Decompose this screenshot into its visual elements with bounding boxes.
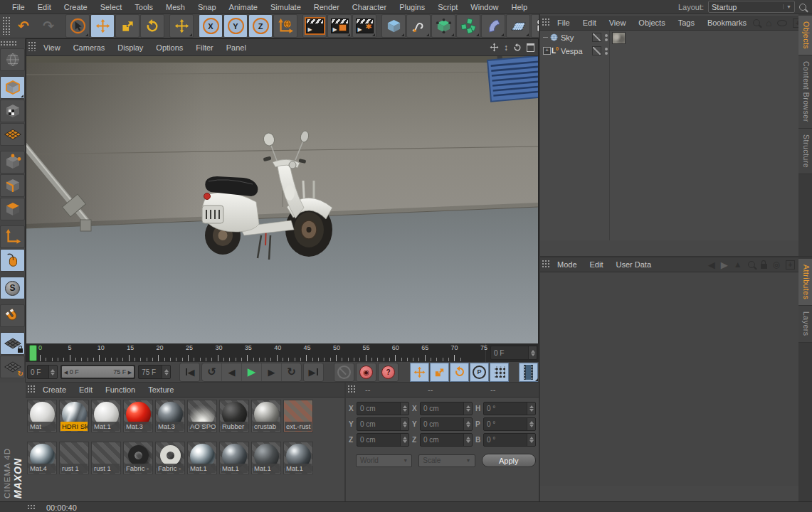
viewport-menu-options[interactable]: Options — [149, 43, 189, 52]
end-frame-spinner[interactable] — [162, 366, 170, 378]
material-fabric--1-3[interactable]: Fabric - — [123, 442, 153, 474]
object-manager-grip[interactable] — [542, 18, 549, 26]
search-icon[interactable] — [748, 261, 755, 268]
material-mat-1-0-2[interactable]: Mat.1 — [91, 400, 121, 432]
polygons-mode-button[interactable] — [0, 198, 25, 220]
redo-button[interactable]: ↷ — [36, 14, 60, 38]
materials-menu-create[interactable]: Create — [36, 385, 73, 394]
attributes-menu-user-data[interactable]: User Data — [610, 260, 658, 269]
material-hdri-sk-0-1[interactable]: HDRI Sk — [59, 400, 89, 432]
size-z-field[interactable]: 0 cm — [420, 433, 473, 447]
material-thumbnail[interactable]: ext.-rust — [283, 400, 313, 432]
expand-icon[interactable]: + — [543, 47, 551, 55]
material-mat-3-0-4[interactable]: Mat.3 — [155, 400, 185, 432]
material-mat-4-1-0[interactable]: Mat.4 — [27, 442, 57, 474]
size-y-field[interactable]: 0 cm — [420, 417, 473, 431]
menu-script[interactable]: Script — [431, 3, 464, 11]
frame-range-slider[interactable]: ◀ 0 F 75 F ▶ — [60, 365, 135, 379]
add-panel-icon[interactable]: + — [786, 260, 795, 270]
align-workplane-button[interactable]: ↻ — [0, 356, 25, 378]
eye-icon[interactable] — [777, 20, 787, 26]
viewport-canvas[interactable] — [26, 56, 538, 343]
edges-mode-button[interactable] — [0, 174, 25, 197]
layer-tag-icon[interactable] — [592, 33, 601, 42]
menu-select[interactable]: Select — [94, 3, 129, 11]
model-mode-button[interactable] — [0, 76, 25, 99]
field-spinner[interactable] — [400, 418, 408, 430]
previous-key-button[interactable]: ↺ — [202, 363, 222, 381]
play-button[interactable]: ▶ — [242, 363, 262, 381]
attribute-manager-tab-attributes[interactable]: Attributes — [798, 259, 812, 306]
sky-texture-tag[interactable] — [612, 32, 626, 44]
viewport-menu-display[interactable]: Display — [111, 43, 149, 52]
previous-frame-button[interactable]: ◀ — [222, 363, 242, 381]
next-key-button[interactable]: ↻ — [282, 363, 301, 381]
arrow-up-icon[interactable]: ▲ — [734, 260, 742, 269]
frame-spinner[interactable] — [528, 346, 537, 359]
objects-menu-view[interactable]: View — [603, 18, 633, 27]
deformer-button[interactable] — [481, 14, 505, 38]
last-tool-button[interactable] — [169, 14, 194, 38]
pan-view-icon[interactable] — [490, 43, 499, 52]
search-icon[interactable] — [753, 19, 760, 26]
coordinate-space-dropdown[interactable]: World▼ — [356, 454, 412, 467]
viewport-menu-view[interactable]: View — [37, 43, 67, 52]
menu-render[interactable]: Render — [307, 3, 346, 11]
material-mat-3-0-3[interactable]: Mat.3 — [123, 400, 153, 432]
material-thumbnail[interactable]: Mat.3 — [123, 400, 153, 432]
key-rotation-toggle[interactable] — [450, 363, 469, 382]
lock-icon[interactable] — [761, 264, 767, 269]
search-icon[interactable] — [799, 4, 806, 11]
object-manager-tab-objects[interactable]: Objects — [798, 16, 812, 55]
rotation-h-field[interactable]: 0 ° — [483, 402, 536, 415]
attributes-menu-edit[interactable]: Edit — [584, 260, 610, 269]
menu-simulate[interactable]: Simulate — [264, 3, 307, 11]
add-spline-button[interactable] — [406, 14, 431, 38]
layer-tag-icon[interactable] — [592, 46, 601, 55]
attribute-grip[interactable] — [542, 260, 549, 268]
material-thumbnail[interactable]: Mat.1 — [91, 400, 121, 432]
material-thumbnail[interactable]: crustab — [251, 400, 281, 432]
materials-menu-edit[interactable]: Edit — [73, 385, 99, 394]
timeline-track[interactable]: 051015202530354045505560657075 — [26, 343, 485, 362]
key-parameter-toggle[interactable]: P — [470, 363, 489, 382]
object-name[interactable]: Sky — [561, 33, 591, 42]
position-x-field[interactable]: 0 cm — [357, 402, 409, 415]
material-thumbnail[interactable]: Mat.1 — [283, 442, 313, 474]
field-spinner[interactable] — [463, 434, 472, 446]
viewport-grip[interactable] — [28, 41, 36, 51]
material-ao-spo-0-5[interactable]: AO SPO — [187, 400, 217, 432]
lock-workplane-button[interactable] — [0, 332, 25, 355]
key-scale-toggle[interactable] — [430, 363, 449, 382]
object-manager-tab-structure[interactable]: Structure — [798, 129, 812, 174]
workplane-mode-button[interactable] — [0, 123, 25, 146]
menu-plugins[interactable]: Plugins — [393, 3, 431, 11]
render-region-button[interactable] — [0, 48, 25, 71]
tree-row-sky[interactable]: Sky — [540, 31, 812, 44]
objects-menu-edit[interactable]: Edit — [576, 18, 603, 27]
field-spinner[interactable] — [400, 402, 408, 415]
objects-menu-tags[interactable]: Tags — [672, 18, 701, 27]
sidebar-grip[interactable] — [0, 41, 17, 46]
points-mode-button[interactable] — [0, 151, 25, 174]
scale-tool-button[interactable] — [115, 14, 139, 38]
material-rust-1-1-2[interactable]: rust 1 — [91, 442, 121, 474]
material-thumbnail[interactable]: Mat.1 — [187, 442, 217, 474]
material-thumbnail[interactable]: rust 1 — [91, 442, 121, 474]
material-thumbnail[interactable]: Rubber — [219, 400, 249, 432]
visibility-dots[interactable] — [605, 48, 608, 55]
home-icon[interactable]: ⌂ — [766, 18, 771, 28]
current-frame-field[interactable]: 0 F — [490, 346, 537, 360]
render-picture-viewer-button[interactable]: ▶ — [327, 14, 352, 38]
menu-mesh[interactable]: Mesh — [159, 3, 191, 11]
axis-lock-y-button[interactable]: Y — [223, 14, 248, 38]
menu-file[interactable]: File — [6, 3, 31, 11]
axis-lock-x-button[interactable]: X — [199, 14, 223, 38]
history-forward-icon[interactable]: ▶ — [721, 260, 728, 270]
status-grip[interactable] — [27, 504, 35, 511]
menu-snap[interactable]: Snap — [191, 3, 223, 11]
transform-mode-dropdown[interactable]: Scale▼ — [418, 454, 475, 467]
material-thumbnail[interactable]: Mat — [27, 400, 57, 432]
objects-menu-objects[interactable]: Objects — [632, 18, 671, 27]
texture-mode-button[interactable] — [0, 100, 25, 122]
